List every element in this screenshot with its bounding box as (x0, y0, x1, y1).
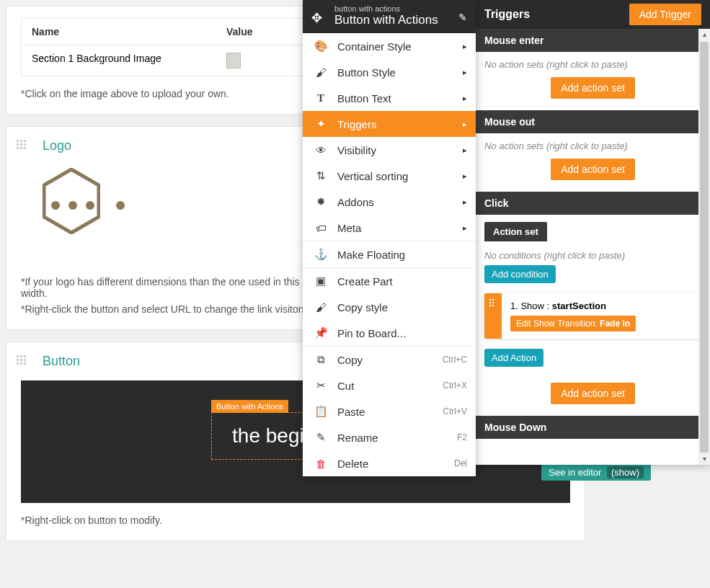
chevron-right-icon: ▸ (463, 120, 467, 129)
add-action-button[interactable]: Add Action (484, 349, 543, 367)
menu-meta[interactable]: 🏷Meta▸ (303, 215, 476, 241)
shortcut: Del (454, 458, 467, 468)
scrollbar-thumb[interactable] (700, 42, 709, 453)
style-icon: 🖌 (313, 66, 329, 79)
panel-body: Mouse enter No action sets (right click … (476, 29, 710, 465)
pin-icon: 📌 (313, 326, 329, 339)
add-action-set-button[interactable]: Add action set (551, 77, 635, 99)
chevron-right-icon: ▸ (463, 94, 467, 103)
action-content: 1. Show : startSection Edit Show Transit… (502, 293, 701, 339)
add-trigger-button[interactable]: Add Trigger (629, 4, 701, 25)
menu-container-style[interactable]: 🎨Container Style▸ (303, 33, 476, 59)
shortcut: F2 (457, 432, 467, 442)
action-label: 1. Show : startSection (510, 300, 693, 311)
menu-visibility[interactable]: 👁Visibility▸ (303, 137, 476, 163)
menu-paste[interactable]: 📋PasteCtrl+V (303, 398, 476, 424)
menu-pin-to-board[interactable]: 📌Pin to Board... (303, 320, 476, 346)
trigger-body: Add action set (476, 375, 710, 416)
trigger-header-click[interactable]: Click (476, 192, 710, 215)
chevron-right-icon: ▸ (463, 223, 467, 233)
trigger-body: No action sets (right click to paste) Ad… (476, 133, 710, 192)
triggers-panel: Triggers Add Trigger Mouse enter No acti… (476, 0, 710, 465)
shortcut: Ctrl+X (443, 380, 467, 391)
menu-vertical-sorting[interactable]: ⇅Vertical sorting▸ (303, 163, 476, 189)
puzzle-icon: ✸ (313, 195, 329, 208)
shortcut: Ctrl+V (443, 406, 467, 416)
chevron-right-icon: ▸ (463, 68, 467, 77)
palette-icon: 🎨 (313, 40, 329, 53)
menu-copy[interactable]: ⧉CopyCtrl+C (303, 347, 476, 373)
drag-handle-icon[interactable] (17, 355, 31, 370)
menu-copy-style[interactable]: 🖌Copy style (303, 294, 476, 320)
trigger-header-mouseenter[interactable]: Mouse enter (476, 29, 710, 52)
eye-icon: 👁 (313, 144, 329, 156)
hint-text: *Right-click on button to modify. (21, 514, 570, 526)
action-set-area: No conditions (right click to paste) Add… (476, 241, 710, 375)
brush-icon: 🖌 (313, 301, 329, 313)
menu-delete[interactable]: 🗑DeleteDel (303, 450, 476, 476)
cut-icon: ✂ (313, 379, 329, 392)
context-menu: ✥ button with actions Button with Action… (303, 0, 476, 476)
trigger-header-mousedown[interactable]: Mouse Down (476, 416, 710, 439)
logo-dots (51, 201, 125, 210)
tag-icon: 🏷 (313, 222, 329, 234)
chevron-right-icon: ▸ (463, 42, 467, 51)
scrollbar[interactable]: ▴ ▾ (698, 29, 710, 465)
add-condition-button[interactable]: Add condition (484, 265, 556, 283)
add-action-set-button[interactable]: Add action set (551, 383, 635, 404)
drag-handle-icon[interactable] (484, 293, 502, 339)
menu-make-floating[interactable]: ⚓Make Floating (303, 241, 476, 267)
menu-addons[interactable]: ✸Addons▸ (303, 189, 476, 215)
action-set-tab[interactable]: Action set (484, 222, 547, 241)
text-icon: T (313, 92, 329, 104)
chevron-right-icon: ▸ (463, 172, 467, 181)
panel-header: Triggers Add Trigger (476, 0, 710, 29)
sort-icon: ⇅ (313, 169, 329, 182)
wand-icon: ✦ (313, 117, 329, 130)
no-conditions-text: No conditions (right click to paste) (484, 250, 701, 261)
empty-text: No action sets (right click to paste) (484, 141, 701, 151)
scroll-up-button[interactable]: ▴ (698, 29, 710, 40)
paste-icon: 📋 (313, 405, 329, 418)
edit-icon[interactable]: ✎ (458, 12, 467, 23)
show-toggle[interactable]: (show) (607, 466, 644, 478)
context-subtitle: button with actions (334, 4, 467, 13)
selection-label: Button with Actions (211, 400, 288, 413)
context-menu-header: ✥ button with actions Button with Action… (303, 0, 476, 33)
menu-button-style[interactable]: 🖌Button Style▸ (303, 59, 476, 85)
context-title: Button with Actions (334, 13, 467, 27)
editor-chip[interactable]: See in editor (show) (541, 464, 651, 481)
part-icon: ▣ (313, 275, 329, 288)
menu-triggers[interactable]: ✦Triggers▸ (303, 111, 476, 137)
edit-transition-button[interactable]: Edit Show Transition: Fade In (510, 316, 636, 331)
drag-handle-icon[interactable] (17, 140, 31, 154)
action-card[interactable]: 1. Show : startSection Edit Show Transit… (484, 293, 701, 339)
trigger-header-mouseout[interactable]: Mouse out (476, 110, 710, 133)
copy-icon: ⧉ (313, 353, 329, 366)
shortcut: Ctrl+C (443, 355, 467, 365)
image-thumbnail[interactable] (226, 53, 241, 68)
chevron-right-icon: ▸ (463, 197, 467, 207)
panel-title: Triggers (484, 8, 530, 21)
logo-preview[interactable] (43, 168, 136, 262)
menu-cut[interactable]: ✂CutCtrl+X (303, 373, 476, 398)
empty-text: No action sets (right click to paste) (484, 59, 701, 70)
anchor-icon: ⚓ (313, 248, 329, 261)
scroll-down-button[interactable]: ▾ (698, 453, 710, 465)
rename-icon: ✎ (313, 431, 329, 444)
add-action-set-button[interactable]: Add action set (551, 159, 635, 180)
move-icon[interactable]: ✥ (311, 10, 322, 26)
th-name: Name (22, 19, 216, 45)
trash-icon: 🗑 (313, 458, 329, 470)
chevron-right-icon: ▸ (463, 146, 467, 155)
menu-create-part[interactable]: ▣Create Part (303, 268, 476, 294)
trigger-body: No action sets (right click to paste) Ad… (476, 52, 710, 110)
menu-button-text[interactable]: TButton Text▸ (303, 85, 476, 111)
td-prop-name: Section 1 Background Image (22, 45, 216, 76)
menu-rename[interactable]: ✎RenameF2 (303, 424, 476, 450)
